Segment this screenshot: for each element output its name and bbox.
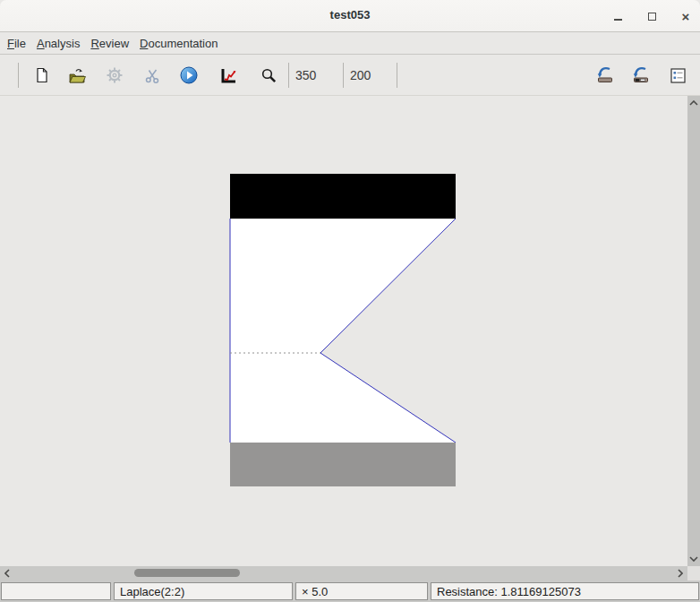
statusbar: Laplace(2:2) × 5.0 Resistance: 1.8116912…	[0, 580, 700, 602]
height-value: 200	[350, 68, 371, 82]
export-data-icon	[632, 66, 650, 84]
plot-chart-icon	[220, 67, 237, 84]
chevron-down-icon	[689, 556, 698, 562]
menu-review[interactable]: Review	[85, 34, 134, 53]
export-image-button[interactable]	[595, 65, 615, 85]
status-cell-solver: Laplace(2:2)	[114, 582, 293, 600]
menubar: File Analysis Review Documentation	[0, 33, 700, 55]
settings-gear-icon	[106, 66, 124, 84]
status-cell-scale: × 5.0	[295, 582, 428, 600]
geometry-figure	[0, 96, 687, 566]
open-file-icon	[68, 67, 86, 84]
bottom-electrode	[230, 443, 456, 486]
run-button[interactable]	[179, 65, 199, 85]
toolbar: 350 200	[0, 56, 700, 96]
new-file-button[interactable]	[32, 65, 52, 85]
top-electrode	[230, 174, 456, 219]
app-window: test053 × File Analysis Review Documenta…	[0, 0, 700, 602]
report-button[interactable]	[668, 65, 687, 85]
new-file-icon	[34, 67, 50, 83]
window-title: test053	[0, 8, 700, 22]
chevron-left-icon	[4, 569, 10, 578]
minimize-icon	[614, 19, 622, 21]
toolbar-separator	[343, 63, 344, 88]
scroll-up-button[interactable]	[687, 97, 700, 109]
menu-file[interactable]: File	[2, 34, 31, 53]
maximize-icon	[648, 13, 656, 21]
cut-scissors-icon	[144, 67, 161, 84]
export-data-button[interactable]	[631, 65, 651, 85]
open-file-button[interactable]	[67, 65, 87, 85]
plot-button[interactable]	[218, 65, 238, 85]
settings-button[interactable]	[105, 65, 124, 85]
chevron-right-icon	[678, 569, 683, 578]
drawing-canvas[interactable]	[0, 96, 687, 566]
zoom-magnifier-icon	[260, 67, 277, 84]
width-value: 350	[295, 68, 316, 82]
export-image-icon	[596, 66, 614, 84]
scroll-left-button[interactable]	[1, 566, 13, 580]
titlebar: test053 ×	[0, 0, 700, 32]
toolbar-separator	[288, 63, 289, 88]
close-button[interactable]: ×	[679, 9, 693, 23]
toolbar-separator	[18, 63, 19, 88]
window-controls: ×	[610, 0, 693, 32]
cut-button[interactable]	[142, 65, 162, 85]
close-icon: ×	[682, 10, 690, 23]
menu-documentation[interactable]: Documentation	[134, 34, 223, 53]
horizontal-scroll-thumb[interactable]	[134, 569, 240, 577]
report-checklist-icon	[670, 67, 687, 84]
toolbar-separator	[397, 63, 397, 88]
scroll-down-button[interactable]	[687, 553, 700, 565]
menu-analysis[interactable]: Analysis	[31, 34, 85, 53]
maximize-button[interactable]	[645, 9, 659, 23]
scrollbar-corner	[687, 566, 700, 580]
run-play-icon	[180, 66, 198, 84]
scroll-right-button[interactable]	[674, 566, 687, 580]
zoom-button[interactable]	[259, 65, 278, 85]
horizontal-scrollbar[interactable]	[0, 566, 687, 580]
status-cell-empty	[1, 582, 111, 600]
chevron-up-icon	[689, 100, 698, 106]
status-cell-resistance: Resistance: 1.81169125073	[431, 582, 699, 600]
minimize-button[interactable]	[610, 9, 625, 23]
vertical-scrollbar[interactable]	[687, 96, 700, 566]
